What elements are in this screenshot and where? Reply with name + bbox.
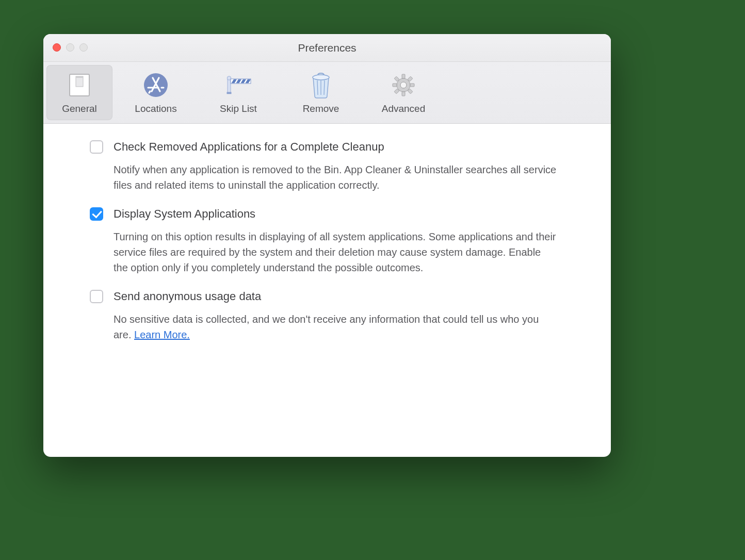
traffic-lights <box>53 43 88 52</box>
svg-rect-23 <box>402 92 405 96</box>
close-window-button[interactable] <box>53 43 61 52</box>
option-complete-cleanup: Check Removed Applications for a Complet… <box>90 139 564 155</box>
tab-label: Locations <box>135 103 176 114</box>
svg-rect-2 <box>76 76 83 78</box>
svg-rect-24 <box>393 84 397 87</box>
option-title: Send anonymous usage data <box>114 289 261 304</box>
titlebar: Preferences <box>43 34 611 62</box>
barrier-icon <box>224 71 252 99</box>
option-description: Notify when any application is removed t… <box>114 162 557 193</box>
svg-rect-25 <box>410 84 414 87</box>
window-title: Preferences <box>298 42 356 54</box>
trash-icon <box>307 71 335 99</box>
checkbox-anonymous-usage[interactable] <box>90 290 103 303</box>
svg-rect-11 <box>227 92 232 94</box>
tab-locations[interactable]: Locations <box>115 62 197 123</box>
checkbox-complete-cleanup[interactable] <box>90 140 103 154</box>
appstore-icon <box>142 71 170 99</box>
option-description: No sensitive data is collected, and we d… <box>114 311 557 342</box>
learn-more-link[interactable]: Learn More. <box>134 329 190 340</box>
general-pane: Check Removed Applications for a Complet… <box>43 124 611 371</box>
svg-line-8 <box>149 91 150 93</box>
preferences-window: Preferences General <box>43 34 611 457</box>
svg-point-17 <box>313 75 329 80</box>
option-anonymous-usage: Send anonymous usage data <box>90 289 564 304</box>
option-title: Display System Applications <box>114 206 255 222</box>
tab-label: Skip List <box>220 103 257 114</box>
tab-skip-list[interactable]: Skip List <box>197 62 280 123</box>
minimize-window-button[interactable] <box>66 43 74 52</box>
gear-icon <box>390 71 417 99</box>
svg-rect-22 <box>402 74 405 78</box>
checkbox-display-system-apps[interactable] <box>90 207 103 221</box>
option-display-system-apps: Display System Applications <box>90 206 564 222</box>
zoom-window-button[interactable] <box>79 43 88 52</box>
tab-label: Advanced <box>382 103 426 114</box>
option-description: Turning on this option results in displa… <box>114 229 557 275</box>
toolbar: General Locations <box>43 62 611 124</box>
tab-advanced[interactable]: Advanced <box>362 62 445 123</box>
svg-point-30 <box>400 82 407 88</box>
tab-remove[interactable]: Remove <box>280 62 362 123</box>
tab-label: Remove <box>303 103 339 114</box>
switch-icon <box>66 71 93 99</box>
tab-general[interactable]: General <box>46 65 112 120</box>
tab-label: General <box>62 103 97 114</box>
option-title: Check Removed Applications for a Complet… <box>114 139 384 155</box>
